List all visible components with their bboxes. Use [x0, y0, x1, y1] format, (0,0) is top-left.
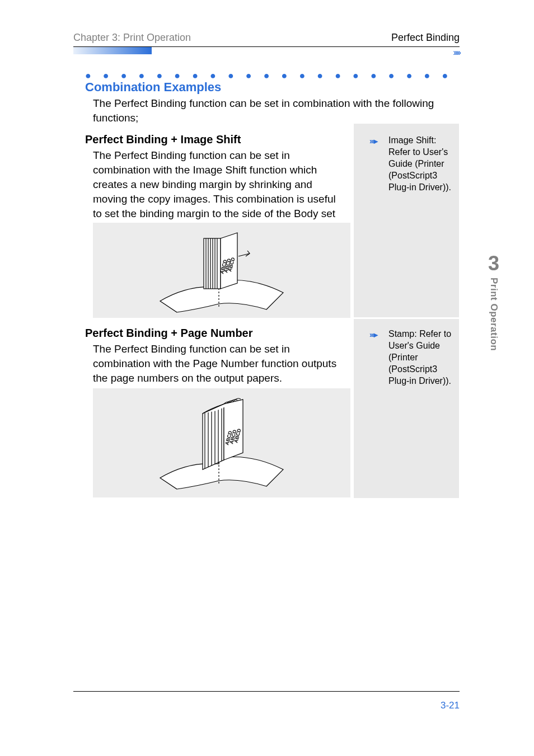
- side-tab: 3 Print Operation: [484, 252, 504, 364]
- subsection-2-body: The Perfect Binding function can be set …: [93, 342, 348, 386]
- note-1-text: Image Shift: Refer to User's Guide (Prin…: [388, 134, 456, 193]
- header-gradient-bar: [73, 47, 152, 54]
- section-heading: Combination Examples: [85, 80, 221, 95]
- header-section-label: Perfect Binding: [391, 32, 460, 44]
- header-chapter-label: Chapter 3: Print Operation: [73, 32, 191, 44]
- footer-rule: [73, 691, 460, 692]
- svg-marker-11: [203, 404, 224, 469]
- reference-arrow-icon: ›››▸: [369, 330, 377, 339]
- chevrons-icon: ›››››: [453, 48, 460, 58]
- intro-paragraph: The Perfect Binding function can be set …: [93, 96, 462, 125]
- page-number: 3-21: [441, 700, 460, 711]
- reference-arrow-icon: ›››▸: [369, 137, 377, 145]
- page: Chapter 3: Print Operation Perfect Bindi…: [0, 0, 534, 756]
- subsection-1-title: Perfect Binding + Image Shift: [85, 133, 241, 146]
- figure-1: ABCD ABCD ABCD: [93, 223, 350, 318]
- side-tab-number: 3: [488, 252, 499, 275]
- note-2-text: Stamp: Refer to User's Guide (Printer (P…: [388, 328, 456, 387]
- figure-2: ABCD ABCD ABCD: [93, 388, 350, 497]
- side-tab-label: Print Operation: [488, 278, 499, 351]
- subsection-2-title: Perfect Binding + Page Number: [85, 327, 253, 340]
